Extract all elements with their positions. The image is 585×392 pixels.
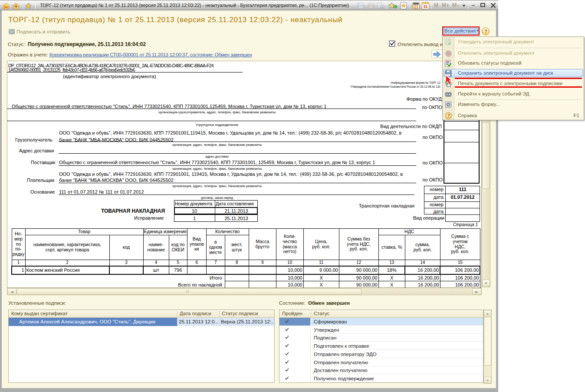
svg-text:?: ? — [447, 113, 450, 118]
